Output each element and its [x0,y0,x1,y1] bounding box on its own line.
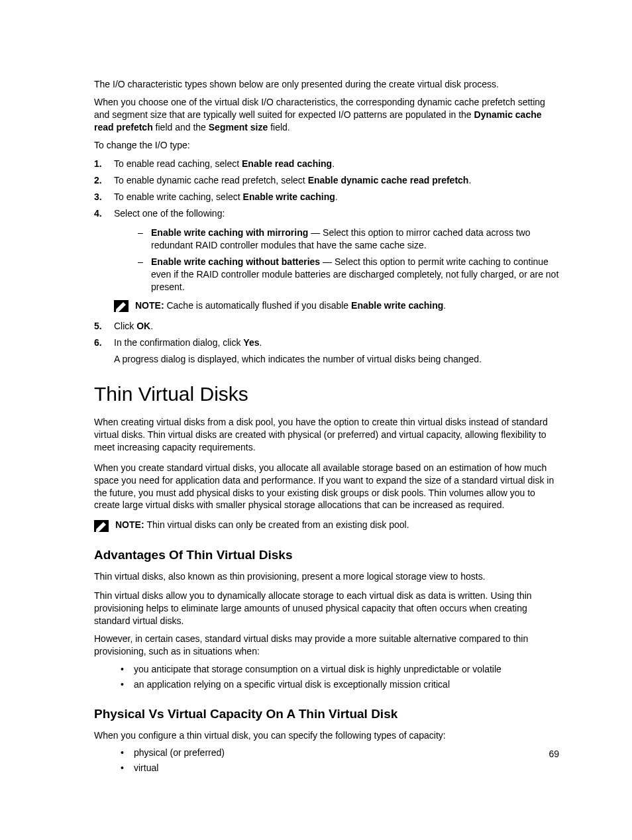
heading-physical-vs-virtual: Physical Vs Virtual Capacity On A Thin V… [94,707,559,721]
sub-body: Enable write caching without batteries —… [151,256,559,293]
list-item: 1. To enable read caching, select Enable… [94,158,559,170]
bold-text: Yes [243,337,259,348]
text: . [332,158,335,169]
text: In the confirmation dialog, click [114,337,243,348]
sub-list: – Enable write caching with mirroring — … [138,227,559,293]
bold-text: Enable write caching [243,191,335,202]
note-block: NOTE: Thin virtual disks can only be cre… [94,519,559,532]
text: Thin virtual disks can only be created f… [146,519,409,530]
bold-text: Enable read caching [242,158,332,169]
paragraph: The I/O characteristic types shown below… [94,78,559,91]
sub-body: Enable write caching with mirroring — Se… [151,227,559,252]
list-number: 5. [94,320,114,333]
bullet-marker: • [121,747,134,759]
list-number: 2. [94,174,114,187]
list-item: 5. Click OK. [94,320,559,333]
text: . [259,337,262,348]
sub-list-item: – Enable write caching without batteries… [138,256,559,293]
bold-text: Enable write caching with mirroring [151,227,308,238]
text: field and the [153,122,209,132]
list-number: 4. [94,207,114,316]
paragraph: When creating virtual disks from a disk … [94,416,559,454]
text: Cache is automatically flushed if you di… [166,300,351,311]
paragraph: When you configure a thin virtual disk, … [94,729,559,742]
paragraph: When you choose one of the virtual disk … [94,96,559,134]
bold-text: Segment size [209,122,268,132]
note-block: NOTE: Cache is automatically flushed if … [114,299,559,312]
text: physical (or preferred) [134,747,225,759]
bullet-item: • physical (or preferred) [121,747,559,759]
text: Click [114,321,136,331]
list-item: 3. To enable write caching, select Enabl… [94,191,559,203]
sub-list-item: – Enable write caching with mirroring — … [138,227,559,252]
note-text: NOTE: Cache is automatically flushed if … [135,299,446,312]
text: you anticipate that storage consumption … [134,663,501,676]
list-body: To enable dynamic cache read prefetch, s… [114,174,559,187]
paragraph: Thin virtual disks allow you to dynamica… [94,590,559,627]
text: . [468,175,471,185]
text: To enable dynamic cache read prefetch, s… [114,175,308,185]
bullet-list: • physical (or preferred) • virtual [121,747,559,774]
text: Select one of the following: [114,207,559,220]
note-text: NOTE: Thin virtual disks can only be cre… [115,519,409,530]
dash-marker: – [138,256,151,293]
bullet-marker: • [121,762,134,774]
list-body: Click OK. [114,320,559,333]
text: To enable read caching, select [114,158,242,169]
paragraph: However, in certain cases, standard virt… [94,633,559,658]
heading-advantages: Advantages Of Thin Virtual Disks [94,548,559,562]
text: To enable write caching, select [114,191,243,202]
text: . [335,191,338,202]
paragraph: To change the I/O type: [94,139,559,152]
document-page: The I/O characteristic types shown below… [0,0,632,840]
bullet-item: • an application relying on a specific v… [121,678,559,691]
list-number: 1. [94,158,114,170]
bold-text: Enable write caching [351,300,443,311]
list-body: Select one of the following: – Enable wr… [114,207,559,316]
bold-text: Enable dynamic cache read prefetch [308,175,469,185]
note-icon [114,300,129,312]
bullet-list: • you anticipate that storage consumptio… [121,663,559,691]
bold-text: Enable write caching without batteries [151,256,320,267]
note-label: NOTE: [115,519,146,530]
list-item: 4. Select one of the following: – Enable… [94,207,559,316]
text: an application relying on a specific vir… [134,678,450,691]
paragraph: When you create standard virtual disks, … [94,462,559,512]
bullet-marker: • [121,663,134,676]
bullet-marker: • [121,678,134,691]
list-number: 6. [94,337,114,366]
list-item: 2. To enable dynamic cache read prefetch… [94,174,559,187]
list-body: To enable read caching, select Enable re… [114,158,559,170]
note-label: NOTE: [135,300,166,311]
text: . [443,300,446,311]
list-body: In the confirmation dialog, click Yes. A… [114,337,559,366]
bullet-item: • you anticipate that storage consumptio… [121,663,559,676]
list-number: 3. [94,191,114,203]
list-body: To enable write caching, select Enable w… [114,191,559,203]
text: field. [268,122,290,132]
bold-text: OK [136,321,150,331]
ordered-list: 1. To enable read caching, select Enable… [94,158,559,366]
page-number: 69 [549,749,559,759]
text: virtual [134,762,158,774]
dash-marker: – [138,227,151,252]
bullet-item: • virtual [121,762,559,774]
paragraph: Thin virtual disks, also known as thin p… [94,570,559,583]
text: . [150,321,153,331]
heading-thin-virtual-disks: Thin Virtual Disks [94,383,559,405]
text: A progress dialog is displayed, which in… [114,353,559,366]
note-icon [94,520,109,532]
list-item: 6. In the confirmation dialog, click Yes… [94,337,559,366]
